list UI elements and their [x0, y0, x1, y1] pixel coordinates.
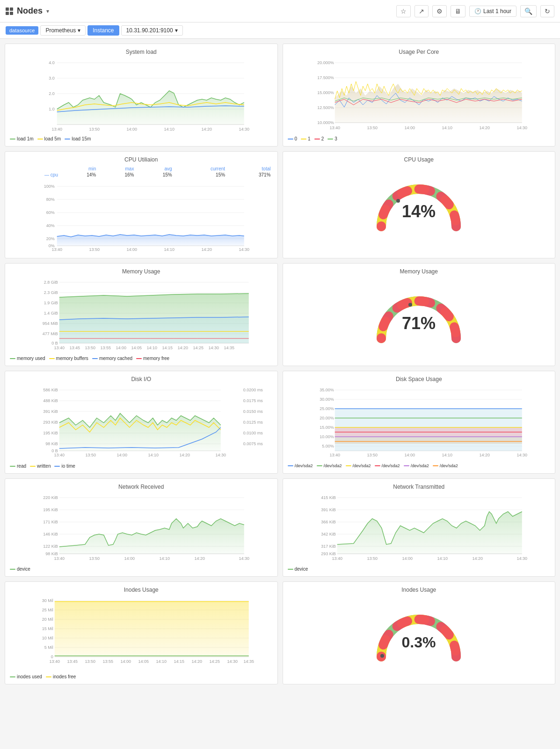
network-received-panel: Network Received 220 KiB 195 KiB 171 KiB… [5, 478, 278, 577]
svg-text:391 KiB: 391 KiB [321, 507, 336, 512]
svg-text:25.00%: 25.00% [320, 406, 334, 411]
svg-text:317 KiB: 317 KiB [321, 544, 336, 549]
svg-text:13:55: 13:55 [100, 345, 111, 350]
instance-value-button[interactable]: 10.31.90.201:9100 ▾ [121, 25, 183, 36]
svg-text:14:10: 14:10 [442, 125, 452, 130]
svg-text:14:10: 14:10 [442, 453, 452, 457]
monitor-button[interactable]: 🖥 [451, 5, 465, 17]
svg-point-202 [380, 654, 384, 658]
svg-text:35.00%: 35.00% [320, 388, 334, 392]
cpu-utilization-chart: 100% 80% 60% 40% 20% 0% 13:40 13:50 14:0… [10, 182, 273, 253]
grid-icon [6, 7, 13, 15]
svg-text:14:20: 14:20 [472, 556, 483, 561]
svg-text:98 KiB: 98 KiB [45, 441, 58, 446]
svg-text:100%: 100% [44, 184, 55, 189]
svg-text:5 Mil: 5 Mil [44, 645, 53, 650]
time-range-button[interactable]: 🕐 Last 1 hour [469, 6, 516, 17]
svg-text:13:50: 13:50 [89, 127, 100, 132]
svg-text:17.500%: 17.500% [317, 75, 334, 80]
datasource-tag[interactable]: datasource [6, 26, 38, 35]
network-transmitted-panel: Network Transmitted 415 KiB 391 KiB 366 … [283, 478, 556, 577]
cpu-stats-table: min max avg current total — cpu 14% 16% … [10, 166, 273, 178]
refresh-button[interactable]: ↻ [540, 5, 554, 17]
svg-text:14:00: 14:00 [116, 453, 127, 457]
svg-text:13:50: 13:50 [85, 453, 96, 457]
svg-text:14:30: 14:30 [227, 659, 238, 664]
inodes-chart-legend: inodes used inodes free [10, 674, 273, 679]
search-button[interactable]: 🔍 [520, 5, 537, 17]
svg-text:14:30: 14:30 [239, 556, 249, 561]
svg-text:342 KiB: 342 KiB [321, 532, 336, 536]
svg-text:14:00: 14:00 [404, 453, 415, 457]
system-load-title: System load [10, 49, 273, 55]
svg-text:0.3%: 0.3% [402, 634, 436, 651]
disk-io-title: Disk I/O [10, 376, 273, 382]
top-bar: Nodes ▾ ☆ ↗ ⚙ 🖥 🕐 Last 1 hour 🔍 ↻ [0, 0, 560, 22]
svg-text:10 Mil: 10 Mil [42, 636, 53, 640]
legend-load5m: load 5m [37, 136, 61, 141]
svg-text:13:50: 13:50 [367, 453, 378, 457]
svg-text:14:15: 14:15 [174, 659, 184, 664]
usage-per-core-panel: Usage Per Core 20.000% 17.500% 15.000% 1… [283, 44, 556, 147]
svg-text:14:00: 14:00 [124, 556, 135, 561]
svg-text:13:40: 13:40 [329, 453, 340, 457]
svg-text:14:20: 14:20 [179, 453, 190, 457]
svg-text:366 KiB: 366 KiB [321, 520, 336, 524]
cpu-utilization-panel: CPU Utiliaion min max avg current total [5, 151, 278, 258]
svg-text:40%: 40% [46, 223, 55, 228]
disk-io-panel: Disk I/O 586 KiB 488 KiB 391 KiB 293 KiB… [5, 371, 278, 474]
svg-text:14:25: 14:25 [193, 345, 204, 350]
svg-text:14:30: 14:30 [516, 125, 527, 130]
svg-text:14:30: 14:30 [516, 453, 527, 457]
svg-text:293 KiB: 293 KiB [43, 420, 58, 425]
svg-text:14:00: 14:00 [402, 556, 413, 561]
system-load-panel: System load 4.0 3.0 2.0 1.0 13:40 13:50 … [5, 44, 278, 147]
svg-text:477 MiB: 477 MiB [43, 331, 58, 336]
svg-text:2.8 GiB: 2.8 GiB [44, 280, 58, 285]
inodes-gauge-title: Inodes Usage [288, 587, 551, 593]
svg-text:415 KiB: 415 KiB [321, 495, 336, 500]
disk-space-legend: /dev/sda2 /dev/sda2 /dev/sda2 /dev/sda2 … [288, 463, 551, 468]
svg-point-80 [408, 303, 412, 307]
svg-text:391 KiB: 391 KiB [43, 409, 58, 414]
svg-text:0.0125 ms: 0.0125 ms [243, 420, 263, 425]
cpu-utilization-title: CPU Utiliaion [10, 156, 273, 163]
network-transmitted-legend: device [288, 566, 551, 572]
svg-text:3.0: 3.0 [49, 76, 55, 81]
prometheus-button[interactable]: Prometheus ▾ [40, 25, 86, 36]
network-transmitted-title: Network Transmitted [288, 484, 551, 490]
svg-text:0.0100 ms: 0.0100 ms [243, 431, 263, 435]
svg-point-51 [396, 199, 400, 203]
svg-text:1.4 GiB: 1.4 GiB [44, 311, 58, 316]
svg-text:14:05: 14:05 [131, 345, 142, 350]
svg-text:80%: 80% [46, 197, 55, 202]
svg-text:13:40: 13:40 [51, 247, 62, 252]
settings-button[interactable]: ⚙ [432, 5, 447, 17]
svg-text:0.0150 ms: 0.0150 ms [243, 409, 263, 414]
system-load-legend: load 1m load 5m load 15m [10, 136, 273, 141]
svg-text:14:10: 14:10 [164, 127, 175, 132]
page-title: Nodes [17, 6, 43, 16]
star-button[interactable]: ☆ [396, 5, 411, 17]
inodes-usage-chart: 30 Mil 25 Mil 20 Mil 15 Mil 10 Mil 5 Mil… [10, 596, 273, 672]
svg-text:220 KiB: 220 KiB [43, 495, 58, 500]
svg-text:293 KiB: 293 KiB [321, 551, 336, 556]
svg-text:14:35: 14:35 [224, 345, 234, 350]
svg-text:14:20: 14:20 [479, 453, 490, 457]
svg-text:13:45: 13:45 [69, 345, 80, 350]
svg-text:1.0: 1.0 [49, 107, 55, 111]
system-load-chart: 4.0 3.0 2.0 1.0 13:40 13:50 14:00 14:10 … [10, 58, 273, 134]
usage-per-core-chart: 20.000% 17.500% 15.000% 12.500% 10.000% … [288, 58, 551, 134]
svg-text:15.000%: 15.000% [317, 90, 334, 95]
svg-text:14:20: 14:20 [177, 345, 188, 350]
svg-text:13:55: 13:55 [102, 659, 113, 664]
svg-text:14:00: 14:00 [126, 247, 137, 252]
instance-button[interactable]: Instance [87, 25, 119, 36]
share-button[interactable]: ↗ [415, 5, 429, 17]
svg-text:13:50: 13:50 [89, 247, 100, 252]
svg-text:25 Mil: 25 Mil [42, 608, 53, 612]
disk-io-chart: 586 KiB 488 KiB 391 KiB 293 KiB 195 KiB … [10, 385, 273, 462]
legend-load15m: load 15m [65, 136, 91, 141]
svg-text:14:10: 14:10 [437, 556, 448, 561]
memory-chart-title: Memory Usage [10, 268, 273, 275]
